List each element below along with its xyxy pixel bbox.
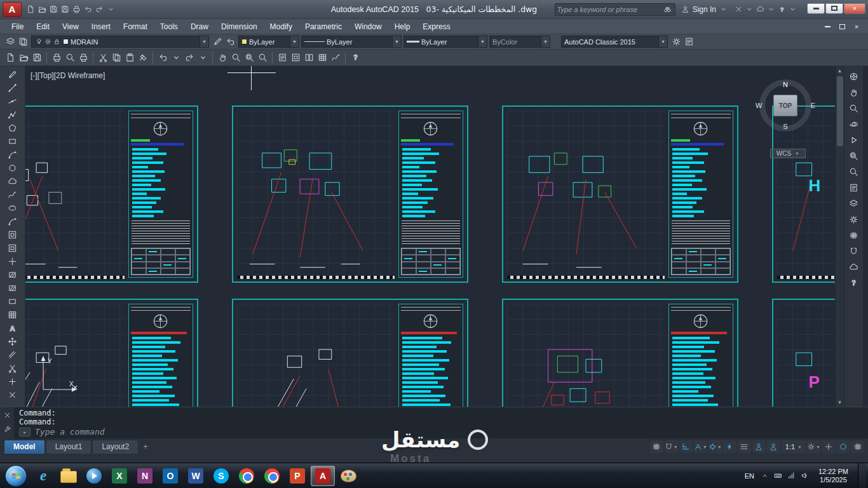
- taskbar-internet-explorer[interactable]: e: [31, 466, 55, 486]
- open-icon[interactable]: [37, 4, 48, 15]
- minimize-button[interactable]: [807, 3, 825, 14]
- spline-icon[interactable]: [4, 188, 21, 201]
- menu-tools[interactable]: Tools: [154, 20, 184, 33]
- menu-file[interactable]: File: [5, 20, 30, 33]
- doc-close-button[interactable]: ×: [850, 22, 863, 32]
- plus-icon[interactable]: [4, 375, 21, 388]
- new-file-icon[interactable]: [4, 51, 17, 64]
- layer-properties-icon[interactable]: [4, 36, 17, 48]
- person-toggle[interactable]: [752, 440, 766, 453]
- caret-icon[interactable]: [766, 4, 776, 15]
- caret-icon[interactable]: [105, 4, 116, 15]
- trim-icon[interactable]: [4, 362, 21, 375]
- zoom-prev-icon[interactable]: [848, 165, 860, 178]
- app-logo-button[interactable]: A: [3, 2, 22, 17]
- insert-block-icon[interactable]: [4, 228, 21, 241]
- revcloud-icon[interactable]: [4, 175, 21, 188]
- drawing-sheet-1[interactable]: [25, 105, 198, 283]
- save-icon[interactable]: [31, 51, 43, 64]
- block-icon[interactable]: [289, 51, 302, 64]
- search-icon[interactable]: [662, 4, 673, 15]
- help-search-box[interactable]: [555, 3, 675, 16]
- new-file-icon[interactable]: [25, 4, 36, 15]
- color-select-caret[interactable]: ▼: [290, 36, 299, 47]
- help-icon[interactable]: ?: [349, 51, 362, 64]
- drawing-sheet-3[interactable]: [502, 105, 738, 283]
- viewcube-top-face[interactable]: TOP: [773, 95, 797, 116]
- zoom-win-icon[interactable]: [848, 149, 860, 162]
- gear-icon[interactable]: [848, 213, 860, 226]
- menu-modify[interactable]: Modify: [264, 20, 299, 33]
- workspace-select-caret[interactable]: ▼: [658, 36, 667, 47]
- taskbar-paint[interactable]: [336, 466, 360, 486]
- publish-icon[interactable]: [77, 51, 90, 64]
- arc-icon[interactable]: [4, 148, 21, 161]
- plus-toggle[interactable]: [822, 440, 835, 453]
- zoom-win-icon[interactable]: [243, 51, 255, 64]
- copy-icon[interactable]: [110, 51, 123, 64]
- menu-parametric[interactable]: Parametric: [299, 20, 348, 33]
- ellipse-arc-icon[interactable]: [4, 215, 21, 228]
- dyn-toggle[interactable]: [723, 440, 736, 453]
- props-icon[interactable]: [848, 181, 860, 194]
- rect-ic-icon[interactable]: [4, 135, 21, 148]
- print-icon[interactable]: [71, 4, 82, 15]
- wrench-icon[interactable]: [2, 424, 13, 435]
- help-icon[interactable]: ?: [776, 4, 787, 15]
- undo-icon[interactable]: [83, 4, 93, 15]
- table-ic-icon[interactable]: [4, 308, 21, 322]
- hatch-icon[interactable]: [4, 268, 21, 281]
- sign-in-button[interactable]: Sign In: [677, 4, 731, 15]
- caret-up-icon[interactable]: [759, 470, 770, 481]
- vertical-scrollbar[interactable]: ▲ ▼: [835, 66, 844, 407]
- taskbar-outlook[interactable]: O: [158, 466, 182, 486]
- save-as-icon[interactable]: [60, 4, 71, 15]
- plotstyle-select[interactable]: ByColor ▼: [489, 36, 550, 48]
- menu-view[interactable]: View: [56, 20, 85, 33]
- command-history[interactable]: Command: Command: ▸ Type a command: [14, 407, 868, 438]
- view-cube[interactable]: N S W E TOP: [754, 74, 817, 137]
- layer-select[interactable]: MDRAIN ▼: [31, 36, 209, 48]
- open-icon[interactable]: [17, 51, 30, 64]
- palette-ic-icon[interactable]: [302, 51, 315, 64]
- region-icon[interactable]: [4, 295, 21, 308]
- taskbar-google-app[interactable]: [260, 466, 284, 486]
- circle-ic-icon[interactable]: [4, 161, 21, 175]
- zoom-icon[interactable]: [229, 51, 242, 64]
- new-layout-button[interactable]: +: [139, 440, 152, 454]
- menu-insert[interactable]: Insert: [85, 20, 117, 33]
- viewcube-east[interactable]: E: [811, 102, 815, 109]
- scrollbar-thumb[interactable]: [837, 76, 843, 146]
- layer-previous-icon[interactable]: [224, 36, 236, 48]
- menu-express[interactable]: Express: [416, 20, 456, 33]
- print-preview-icon[interactable]: [64, 51, 76, 64]
- circle-ic-toggle[interactable]: [836, 440, 850, 453]
- line-icon[interactable]: [4, 81, 21, 95]
- tab-model[interactable]: Model: [4, 440, 45, 454]
- help-icon[interactable]: ?: [848, 276, 860, 289]
- taskbar-windows-explorer[interactable]: [57, 466, 81, 486]
- pan-icon[interactable]: [216, 51, 229, 64]
- gradient-icon[interactable]: [4, 281, 21, 295]
- gear-icon[interactable]: [670, 36, 682, 48]
- paste-icon[interactable]: [123, 51, 136, 64]
- zoom-prev-icon[interactable]: [256, 51, 269, 64]
- move-icon[interactable]: [4, 335, 21, 348]
- scroll-down-icon[interactable]: ▼: [836, 398, 844, 407]
- text-A-icon[interactable]: A: [4, 322, 21, 335]
- volume-icon[interactable]: [799, 470, 810, 481]
- taskbar-media-player[interactable]: [82, 466, 106, 486]
- drawing-sheet-6[interactable]: [232, 299, 468, 407]
- redo-icon[interactable]: [183, 51, 196, 64]
- cloud-icon[interactable]: [848, 261, 860, 273]
- drawing-canvas[interactable]: [-][Top][2D Wireframe] N S W E TOP WCS ▼: [25, 66, 835, 407]
- x-mark-icon[interactable]: [733, 4, 744, 15]
- offset-icon[interactable]: [4, 348, 21, 362]
- workspace-select[interactable]: AutoCAD Classic 2015 ▼: [561, 36, 668, 48]
- layer-states-icon[interactable]: [17, 36, 29, 48]
- polygon-icon[interactable]: [4, 121, 21, 135]
- make-block-icon[interactable]: [4, 241, 21, 255]
- zoom-icon[interactable]: [848, 102, 860, 114]
- layer-select-caret[interactable]: ▼: [200, 36, 208, 47]
- snap-icon[interactable]: [848, 245, 860, 257]
